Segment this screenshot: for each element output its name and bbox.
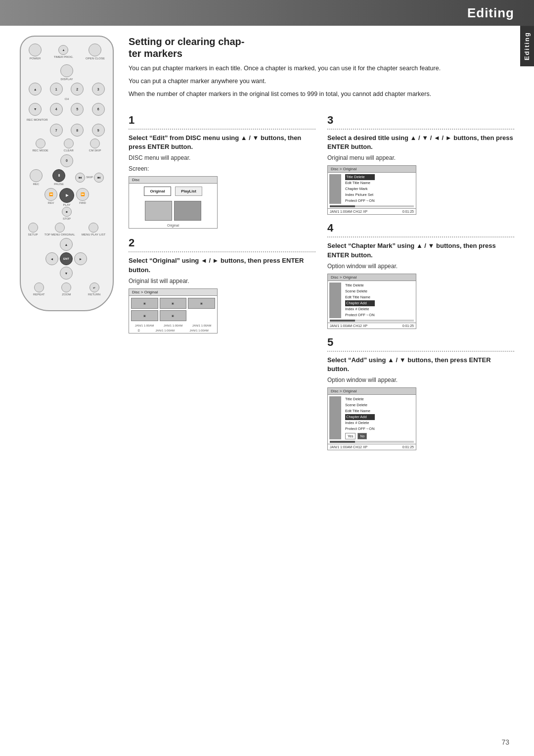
cm-item-chapter-add: Chapter Add: [345, 300, 375, 306]
ac-item-index-delete: Index # Delete: [345, 420, 375, 426]
playlist-btn[interactable]: PlayList: [175, 187, 202, 196]
dpad-up-button[interactable]: ▲: [60, 238, 73, 251]
power-button[interactable]: [29, 44, 42, 56]
step3-dots: [327, 129, 514, 130]
screen-progress-4: [330, 320, 414, 322]
num7-button[interactable]: 7: [50, 124, 63, 137]
right-steps: 3 Select a desired title using ▲ / ▼ / ◄…: [327, 114, 514, 457]
orig-thumb4: ▣: [131, 310, 158, 321]
disc-thumb-row: [129, 199, 217, 223]
num0-button[interactable]: 0: [60, 154, 73, 167]
rec-group: REC: [30, 169, 43, 186]
play-group: ▶ PLAY ■ STOP: [59, 188, 74, 221]
stop-label: STOP: [63, 217, 71, 221]
step2-number: 2: [129, 236, 315, 249]
fwd-button[interactable]: ⏩: [76, 188, 89, 201]
chapter-mark-body: Title Delete Scene Delete Edit Title Nam…: [328, 281, 416, 320]
step3-title: Select a desired title using ▲ / ▼ / ◄ /…: [327, 134, 514, 151]
clear-button[interactable]: [64, 139, 74, 148]
menu-label: MENU PLAY LIST: [82, 233, 105, 236]
add-confirm-footer-time: JAN/1 1:00AM CH12 XP: [330, 445, 367, 449]
repeat-button[interactable]: [34, 283, 44, 292]
step2-block: 2 Select “Original” using ◄ / ► buttons,…: [129, 236, 315, 333]
display-button[interactable]: [60, 64, 73, 77]
setup-button[interactable]: [28, 223, 38, 233]
num5-button[interactable]: 5: [71, 103, 84, 116]
dpad-right-button[interactable]: ►: [74, 252, 87, 265]
repeat-label: REPEAT: [33, 293, 45, 296]
chapter-mark-header: Disc > Original: [328, 274, 416, 281]
num1-button[interactable]: 1: [50, 83, 63, 95]
chapter-mark-footer-time: JAN/1 1:00AM CH12 XP: [330, 324, 367, 328]
ch-down-button[interactable]: ▼: [29, 103, 42, 116]
page-number: 73: [501, 738, 509, 746]
original-menu-screen: Disc > Original Title Delete Edit Title …: [327, 165, 416, 215]
num3-button[interactable]: 3: [92, 83, 105, 95]
display-label: DISPLAY: [61, 78, 73, 81]
ch-up-button[interactable]: ▲: [29, 83, 42, 95]
yes-button[interactable]: Yes: [345, 433, 356, 439]
menu-group: MENU PLAY LIST: [82, 223, 105, 236]
num9-button[interactable]: 9: [92, 124, 105, 137]
stop-button[interactable]: ■: [62, 207, 72, 217]
rec-mode-group: REC MODE: [32, 139, 48, 152]
ch-label: CH: [65, 97, 69, 101]
pause-group: ⏸ PAUSE: [52, 169, 65, 186]
dpad-left-button[interactable]: ◄: [45, 252, 58, 265]
skip-label: SKIP: [86, 176, 93, 179]
top-menu-button[interactable]: [55, 223, 65, 233]
num0-row: 0: [25, 154, 109, 167]
ac-item-chapter-add: Chapter Add: [345, 414, 375, 420]
menu-button[interactable]: [89, 223, 98, 233]
step5-block: 5 Select “Add” using ▲ / ▼ buttons, then…: [327, 336, 514, 451]
instructions-column: Setting or clearing chap- ter markers Yo…: [129, 36, 514, 457]
chapter-mark-footer-counter: 0:01:25: [402, 324, 414, 328]
step4-body: Option window will appear.: [327, 262, 514, 271]
zoom-button[interactable]: [61, 283, 71, 292]
rec-mode-button[interactable]: [36, 139, 45, 148]
pause-button[interactable]: ⏸: [52, 169, 65, 182]
chapter-mark-list: Title Delete Scene Delete Edit Title Nam…: [343, 281, 377, 320]
zoom-label: ZOOM: [62, 293, 71, 296]
add-confirm-screen: Disc > Original Title Delete Scene Delet…: [327, 387, 416, 450]
num8-button[interactable]: 8: [71, 124, 84, 137]
step3-body: Original menu will appear.: [327, 153, 514, 162]
section-body: You can put chapter markers in each titl…: [129, 63, 514, 99]
return-button[interactable]: ↵: [89, 283, 99, 292]
remote-column: POWER ▲ TIMER PROG. OPEN CLOSE DISPLAY: [20, 36, 119, 457]
return-label: RETURN: [88, 293, 100, 296]
dpad: ▲ ◄ ENT ► ▼: [45, 238, 88, 281]
dpad-down-button[interactable]: ▼: [60, 267, 73, 280]
rec-label: REC: [33, 183, 40, 186]
skip-next-button[interactable]: ⏭: [94, 173, 104, 183]
rev-button[interactable]: ⏪: [44, 188, 57, 201]
ac-item-edit-title: Edit Title Name: [345, 408, 375, 414]
open-close-button[interactable]: [89, 44, 101, 56]
remote-control: POWER ▲ TIMER PROG. OPEN CLOSE DISPLAY: [20, 36, 114, 311]
ch-up-row: ▲ 1 2 3: [25, 83, 109, 95]
rec-button[interactable]: [30, 169, 43, 182]
enter-button[interactable]: ENT: [60, 252, 73, 265]
disc-menu-header: Disc: [129, 177, 217, 184]
num2-button[interactable]: 2: [71, 83, 84, 95]
pause-label: PAUSE: [54, 183, 64, 186]
num4-button[interactable]: 4: [50, 103, 63, 116]
timer-prog-button[interactable]: ▲: [58, 45, 68, 55]
fwd-label: FWD: [79, 201, 86, 205]
ac-item-scene-delete: Scene Delete: [345, 402, 375, 408]
orig-menu-thumb: [329, 174, 341, 204]
clear-group: CLEAR: [64, 139, 74, 152]
orig-timestamps: JAN/1 1:00AM JAN/1 1:00AM JAN/1 1:00AM: [129, 323, 217, 328]
step1-sub: Screen:: [129, 164, 315, 173]
no-button[interactable]: No: [357, 433, 367, 439]
step1-number: 1: [129, 114, 315, 127]
fwd-group: ⏩ FWD: [76, 188, 89, 221]
cm-skip-button[interactable]: [90, 139, 100, 148]
add-confirm-header: Disc > Original: [328, 388, 416, 395]
original-btn[interactable]: Original: [144, 187, 171, 196]
num6-button[interactable]: 6: [92, 103, 105, 116]
play-button[interactable]: ▶: [59, 188, 74, 203]
step5-body: Option window will appear.: [327, 376, 514, 384]
play-label: PLAY: [63, 203, 71, 207]
skip-prev-button[interactable]: ⏮: [75, 173, 85, 183]
